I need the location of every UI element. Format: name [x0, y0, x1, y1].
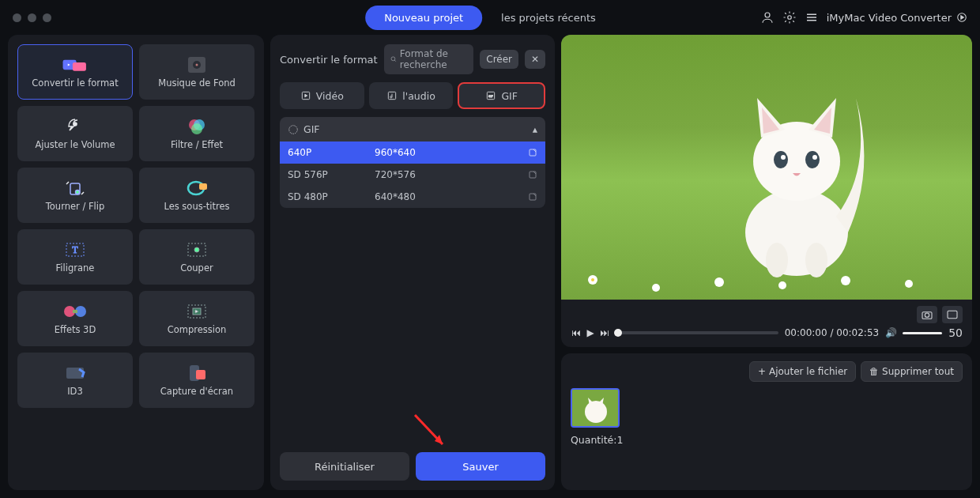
- preview-panel: ⏮ ▶ ⏭ 00:00:00 / 00:02:53 🔊 50: [561, 35, 972, 347]
- tool-convert-format[interactable]: Convertir le format: [17, 44, 133, 100]
- fullscreen-button[interactable]: [942, 306, 963, 323]
- account-icon[interactable]: [760, 10, 775, 25]
- svg-point-51: [905, 280, 913, 288]
- edit-icon[interactable]: [528, 192, 537, 202]
- svg-point-33: [289, 125, 298, 134]
- tool-filter-effect[interactable]: Filtre / Effet: [139, 106, 254, 161]
- file-thumbnail[interactable]: [571, 388, 620, 428]
- filter-icon: [183, 117, 210, 136]
- music-icon: [183, 55, 210, 74]
- screenshot-icon: [183, 364, 210, 383]
- save-button[interactable]: Sauver: [416, 452, 545, 481]
- svg-point-47: [652, 284, 660, 292]
- app-title: iMyMac Video Converter: [827, 12, 967, 24]
- video-icon: [300, 90, 311, 101]
- tool-watermark[interactable]: T Filigrane: [17, 229, 133, 285]
- tab-audio[interactable]: l'audio: [369, 82, 454, 109]
- next-button[interactable]: ⏭: [599, 327, 610, 338]
- tab-new-project[interactable]: Nouveau projet: [365, 6, 482, 30]
- tool-screenshot[interactable]: Capture d'écran: [139, 353, 254, 408]
- watermark-icon: T: [62, 240, 89, 259]
- svg-point-48: [714, 277, 724, 287]
- menu-icon[interactable]: [805, 10, 819, 25]
- tool-label: Les sous-titres: [164, 201, 229, 212]
- volume-slider[interactable]: [903, 332, 942, 334]
- tool-label: Couper: [180, 262, 213, 274]
- svg-point-27: [391, 57, 395, 61]
- time-display: 00:00:00 / 00:02:53: [785, 327, 879, 338]
- format-group-header[interactable]: GIF ▴: [280, 117, 545, 141]
- resolution-row[interactable]: SD 480P 640*480: [280, 186, 545, 208]
- search-icon: [390, 55, 397, 64]
- svg-point-1: [787, 16, 791, 20]
- svg-text:GIF: GIF: [489, 95, 494, 98]
- svg-point-50: [841, 276, 850, 285]
- close-window[interactable]: [13, 13, 21, 22]
- seek-bar[interactable]: [616, 331, 778, 334]
- tool-background-music[interactable]: Musique de Fond: [139, 44, 254, 100]
- minimize-window[interactable]: [28, 13, 36, 22]
- tool-cut[interactable]: Couper: [139, 229, 254, 285]
- tab-gif[interactable]: GIF GIF: [458, 82, 545, 109]
- svg-point-41: [781, 155, 786, 160]
- volume-icon[interactable]: 🔊: [885, 327, 896, 338]
- close-panel-button[interactable]: ✕: [525, 50, 545, 69]
- tool-id3[interactable]: ID3: [17, 353, 133, 408]
- cut-icon: [183, 240, 210, 259]
- maximize-window[interactable]: [43, 13, 51, 22]
- svg-point-7: [196, 64, 198, 66]
- svg-rect-21: [73, 310, 77, 313]
- tool-label: Musique de Fond: [158, 77, 236, 89]
- edit-icon[interactable]: [528, 148, 537, 157]
- play-button[interactable]: ▶: [585, 327, 596, 338]
- 3d-icon: [62, 302, 89, 321]
- svg-rect-26: [196, 370, 205, 379]
- svg-point-49: [778, 281, 786, 289]
- tool-subtitles[interactable]: Les sous-titres: [139, 168, 254, 223]
- resolution-row[interactable]: 640P 960*640: [280, 141, 545, 164]
- gif-icon: GIF: [485, 90, 496, 101]
- tool-compression[interactable]: Compression: [139, 291, 254, 346]
- create-button[interactable]: Créer: [480, 50, 518, 69]
- svg-point-53: [925, 313, 929, 317]
- chevron-up-icon: ▴: [533, 123, 537, 135]
- tool-label: ID3: [67, 386, 83, 397]
- tool-3d-effects[interactable]: Effets 3D: [17, 291, 133, 346]
- tool-label: Convertir le format: [32, 77, 118, 89]
- format-search[interactable]: Format de recherche: [384, 44, 474, 74]
- tool-adjust-volume[interactable]: Ajuster le Volume: [17, 106, 133, 161]
- grass-flowers: [561, 244, 956, 300]
- snapshot-button[interactable]: [917, 306, 937, 323]
- tab-video[interactable]: Vidéo: [280, 82, 364, 109]
- svg-point-39: [774, 151, 788, 168]
- tool-label: Ajuster le Volume: [35, 139, 115, 150]
- svg-point-11: [191, 123, 202, 134]
- convert-icon: [62, 55, 89, 74]
- add-file-button[interactable]: + Ajouter le fichier: [749, 361, 856, 382]
- edit-icon[interactable]: [528, 170, 537, 179]
- titlebar: Nouveau projet les projets récents iMyMa…: [0, 0, 980, 35]
- file-list-panel: + Ajouter le fichier 🗑 Supprimer tout Qu…: [561, 353, 972, 490]
- tab-recent-projects[interactable]: les projets récents: [482, 6, 615, 30]
- svg-rect-14: [199, 183, 207, 190]
- svg-point-46: [591, 278, 594, 281]
- tool-label: Effets 3D: [55, 324, 96, 335]
- svg-point-40: [805, 151, 820, 168]
- prev-button[interactable]: ⏮: [571, 327, 582, 338]
- volume-value: 50: [948, 326, 963, 339]
- svg-point-42: [812, 155, 817, 160]
- svg-rect-54: [948, 311, 957, 318]
- tool-label: Filigrane: [56, 262, 95, 274]
- tool-rotate-flip[interactable]: Tourner / Flip: [17, 168, 133, 223]
- window-controls: [13, 13, 51, 22]
- preview-video[interactable]: [561, 35, 972, 300]
- svg-point-56: [585, 401, 607, 423]
- tool-label: Capture d'écran: [160, 386, 233, 397]
- delete-all-button[interactable]: 🗑 Supprimer tout: [861, 361, 963, 382]
- reset-button[interactable]: Réinitialiser: [280, 452, 409, 481]
- format-panel: Convertir le format Format de recherche …: [270, 35, 555, 490]
- compress-icon: [183, 302, 210, 321]
- settings-icon[interactable]: [782, 10, 797, 25]
- tool-label: Tourner / Flip: [46, 201, 105, 212]
- resolution-row[interactable]: SD 576P 720*576: [280, 164, 545, 186]
